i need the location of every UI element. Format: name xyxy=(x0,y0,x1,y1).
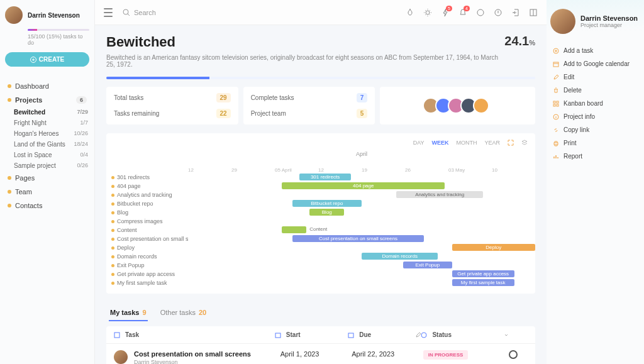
col-task[interactable]: Task xyxy=(114,331,275,338)
chart-icon xyxy=(553,153,559,160)
search-icon xyxy=(123,9,130,16)
svg-rect-6 xyxy=(114,333,119,338)
rp-menu-item[interactable]: Copy link xyxy=(550,123,640,136)
svg-rect-14 xyxy=(553,101,555,103)
rp-menu-item[interactable]: Report xyxy=(550,150,640,163)
search-input[interactable]: Search xyxy=(123,9,156,16)
rp-menu-item[interactable]: Add a task xyxy=(550,44,640,57)
gantt-bar[interactable]: Domain records xyxy=(362,253,438,260)
gantt-row[interactable]: Bitbucket repoBitbucket repo xyxy=(106,199,535,208)
gantt-row[interactable]: Domain recordsDomain records xyxy=(106,252,535,261)
gantt-bar[interactable]: Bitbucket repo xyxy=(292,200,362,207)
scope-week[interactable]: WEEK xyxy=(431,140,448,146)
nav-team[interactable]: Team xyxy=(5,185,89,199)
layers-icon[interactable] xyxy=(521,140,528,146)
topbar: Search 5 4 xyxy=(95,0,547,25)
col-due[interactable]: Due xyxy=(348,331,421,338)
sidebar-project-item[interactable]: Bewitched7/29 xyxy=(5,107,89,118)
gantt-bar[interactable] xyxy=(282,226,306,233)
rp-menu-item[interactable]: Delete xyxy=(550,84,640,97)
col-status[interactable]: Status xyxy=(421,331,509,338)
logout-icon[interactable] xyxy=(511,8,520,17)
gantt-bar[interactable]: Deploy xyxy=(452,244,535,251)
col-start[interactable]: Start xyxy=(275,331,348,338)
lightning-icon[interactable]: 5 xyxy=(441,8,450,17)
rp-profile[interactable]: Darrin Stevenson Project manager xyxy=(550,9,640,34)
nav-pages[interactable]: Pages xyxy=(5,171,89,185)
gantt-row[interactable]: 301 redirects301 redirects xyxy=(106,173,535,182)
tab-other-tasks[interactable]: Other tasks 20 xyxy=(159,305,208,321)
sidebar-project-item[interactable]: Land of the Giants18/24 xyxy=(5,139,89,150)
gantt-bar[interactable]: Analytics and tracking xyxy=(396,191,483,198)
tasks-todo-text: 15/100 (15%) tasks to do xyxy=(28,33,89,46)
gantt-bar[interactable]: Cost presentation on small screens xyxy=(292,235,425,242)
chat-icon[interactable] xyxy=(476,8,485,17)
gantt-bar[interactable]: 301 redirects xyxy=(299,174,352,180)
gantt-row[interactable]: ContentContent xyxy=(106,226,535,234)
create-button[interactable]: CREATE xyxy=(5,52,89,67)
expand-icon[interactable] xyxy=(508,140,514,146)
gantt-row[interactable]: Cost presentation on small screensCost p… xyxy=(106,234,535,243)
rp-menu-item[interactable]: Project info xyxy=(550,110,640,123)
status-pill: IN PROGRESS xyxy=(423,350,469,360)
svg-rect-19 xyxy=(554,143,558,145)
sun-icon[interactable] xyxy=(423,8,432,17)
bell-icon[interactable]: 4 xyxy=(458,8,467,17)
team-avatar[interactable] xyxy=(473,97,489,114)
gantt-row[interactable]: Get private app accessGet private app ac… xyxy=(106,270,535,279)
svg-rect-7 xyxy=(275,333,280,338)
svg-rect-15 xyxy=(557,101,558,103)
sidebar-project-item[interactable]: Sample project0/26 xyxy=(5,160,89,171)
svg-rect-13 xyxy=(553,62,558,67)
gantt-row[interactable]: Exit PopupExit Popup xyxy=(106,261,535,270)
gantt-row[interactable]: Analytics and trackingAnalytics and trac… xyxy=(106,190,535,199)
gantt-row[interactable]: BlogBlog xyxy=(106,208,535,217)
completion-bar xyxy=(106,77,535,79)
task-table: Task Start Due Status Cost presentation … xyxy=(106,326,535,364)
tab-my-tasks[interactable]: My tasks 9 xyxy=(109,305,148,321)
cal-icon xyxy=(553,61,559,67)
plus-icon xyxy=(30,57,36,63)
gantt-row[interactable]: My first sample taskMy first sample task xyxy=(106,279,535,287)
gantt-month-label: April xyxy=(188,151,535,167)
chevron-down-icon[interactable] xyxy=(504,333,509,338)
gantt-bar[interactable]: Get private app access xyxy=(452,270,514,277)
grid-icon xyxy=(553,101,559,107)
gantt-row[interactable]: DeployDeploy xyxy=(106,243,535,252)
gantt-bar[interactable]: My first sample task xyxy=(452,279,514,286)
nav-dashboard[interactable]: Dashboard xyxy=(5,79,89,93)
scope-day[interactable]: DAY xyxy=(413,140,425,146)
flame-icon[interactable] xyxy=(406,8,414,17)
sidebar-project-item[interactable]: Hogan's Heroes10/26 xyxy=(5,128,89,139)
scope-year[interactable]: YEAR xyxy=(484,140,500,146)
page-description: Bewitched is an American fantasy sitcom … xyxy=(106,54,504,68)
info-icon xyxy=(553,114,559,120)
print-icon xyxy=(553,140,559,146)
gantt-row[interactable]: 404 page404 page xyxy=(106,182,535,190)
profile-block[interactable]: Darrin Stevenson xyxy=(5,6,89,24)
pencil-icon xyxy=(553,74,559,80)
rp-menu-item[interactable]: Edit xyxy=(550,70,640,84)
rp-menu-item[interactable]: Kanban board xyxy=(550,97,640,110)
task-row[interactable]: Cost presentation on small screens Darri… xyxy=(106,344,535,364)
sidebar-project-item[interactable]: Fright Night1/7 xyxy=(5,118,89,128)
help-icon[interactable] xyxy=(494,8,502,17)
gantt-bar[interactable]: 404 page xyxy=(282,182,445,189)
sidebar-project-item[interactable]: Lost in Space0/4 xyxy=(5,150,89,160)
gantt-bar[interactable]: Blog xyxy=(309,209,344,216)
complete-circle[interactable] xyxy=(509,350,518,359)
rp-menu-item[interactable]: Print xyxy=(550,136,640,150)
hamburger-icon[interactable] xyxy=(104,8,113,17)
svg-rect-8 xyxy=(348,333,353,338)
completion-percent: 24.1% xyxy=(504,34,535,48)
gantt-bar[interactable]: Exit Popup xyxy=(403,262,452,268)
nav-contacts[interactable]: Contacts xyxy=(5,199,89,212)
nav-projects[interactable]: Projects6 xyxy=(5,93,89,107)
profile-name: Darrin Stevenson xyxy=(28,12,80,19)
task-icon xyxy=(114,332,120,338)
rp-menu-item[interactable]: Add to Google calendar xyxy=(550,57,640,70)
gantt-row[interactable]: Compress images xyxy=(106,217,535,226)
scope-month[interactable]: MONTH xyxy=(456,140,477,146)
panels-icon[interactable] xyxy=(529,8,538,17)
pencil-icon[interactable] xyxy=(416,333,421,338)
